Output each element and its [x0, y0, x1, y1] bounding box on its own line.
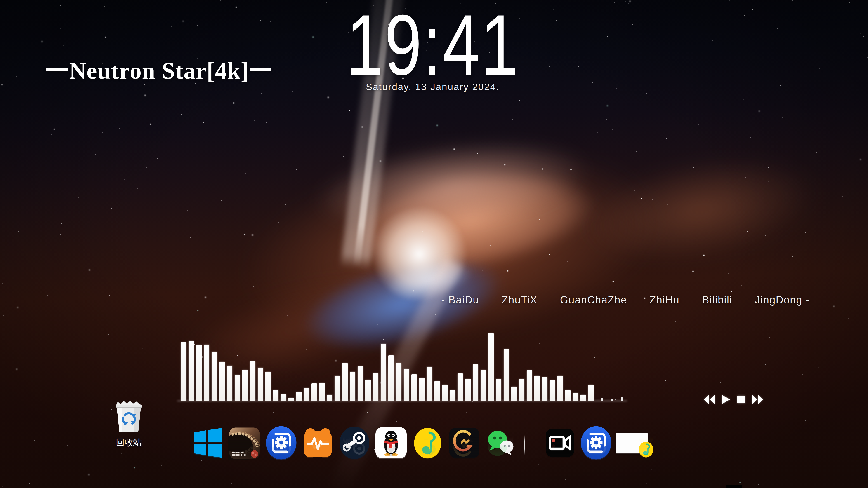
recycle-bin-label: 回收站: [110, 437, 147, 449]
dock-icon-reflection: [338, 427, 371, 461]
visualizer-bar: [388, 355, 394, 400]
visualizer-bar: [304, 388, 309, 400]
clock-time: 19:41: [95, 4, 770, 86]
dock-item-qq-music-mini-window[interactable]: [615, 426, 664, 488]
link-bilibili[interactable]: Bilibili: [702, 294, 733, 306]
dock-item-capture-utility-2[interactable]: [579, 426, 613, 488]
dock-icon-reflection: [543, 427, 577, 461]
dock-item-music-radar[interactable]: [301, 426, 335, 488]
visualizer-bar: [534, 376, 540, 400]
visualizer-bar: [212, 352, 217, 400]
visualizer-bar: [465, 379, 471, 400]
bottom-right-notch: [725, 485, 742, 488]
visualizer-bar: [273, 390, 278, 400]
visualizer-bar: [411, 375, 417, 400]
visualizer-bar: [519, 379, 524, 400]
visualizer-bar: [181, 342, 186, 400]
stop-button[interactable]: [737, 394, 745, 404]
link-zhutix[interactable]: ZhuTiX: [502, 294, 537, 306]
visualizer-tick: [621, 397, 623, 400]
visualizer-bar: [350, 372, 355, 400]
dock-item-dyson-sphere-program[interactable]: [228, 426, 261, 488]
dock-item-qq[interactable]: [374, 426, 408, 488]
visualizer-bar: [358, 366, 363, 400]
visualizer-bar: [527, 370, 532, 400]
dock-icon-reflection: [411, 427, 445, 461]
visualizer-bar: [196, 345, 202, 400]
nebula-glow: [293, 132, 647, 311]
next-track-button[interactable]: [752, 394, 764, 404]
dock-icon-reflection: [191, 427, 225, 461]
dock-item-qq-music[interactable]: [411, 426, 445, 488]
dock-item-wegame[interactable]: [447, 426, 481, 488]
visualizer-bar: [404, 369, 409, 400]
dock-icon-reflection: [374, 427, 408, 461]
dock-item-wechat[interactable]: [484, 426, 518, 488]
dock-icon-reflection: [447, 427, 481, 461]
visualizer-bar: [296, 392, 302, 400]
dock-item-steam[interactable]: [338, 426, 371, 488]
dock-icon-reflection: [301, 427, 335, 461]
visualizer-bar: [419, 378, 425, 400]
visualizer-bar: [204, 345, 209, 400]
visualizer-bar: [242, 370, 248, 400]
visualizer-bar: [427, 367, 432, 400]
dock-icon-reflection: [615, 427, 664, 461]
visualizer-bar: [373, 373, 378, 400]
visualizer-bar: [473, 364, 478, 400]
visualizer-bar: [496, 379, 501, 400]
nebula-blue-bright: [362, 242, 497, 318]
visualizer-bar: [327, 395, 332, 400]
link-zhihu[interactable]: ZhiHu: [650, 294, 680, 306]
visualizer-bar: [235, 375, 240, 400]
dock-icon-reflection: [228, 427, 261, 461]
visualizer-bar: [442, 385, 447, 400]
link-guanchazhe[interactable]: GuanChaZhe: [560, 294, 627, 306]
dock-icon-reflection: [579, 427, 613, 461]
dock-separator: [524, 435, 525, 455]
nebula-core: [371, 205, 468, 303]
visualizer-bar: [365, 380, 371, 400]
visualizer-bar: [227, 365, 232, 400]
visualizer-bar: [342, 363, 348, 400]
media-controls: [704, 394, 764, 404]
dock-left-group: [191, 426, 518, 488]
visualizer-bar: [381, 344, 386, 400]
visualizer-bar: [319, 383, 324, 400]
visualizer-bar: [396, 363, 401, 400]
play-button[interactable]: [721, 394, 731, 404]
dock-item-windows-start[interactable]: [191, 426, 225, 488]
previous-track-button[interactable]: [704, 394, 715, 404]
visualizer-bar: [335, 376, 340, 400]
link-baidu[interactable]: - BaiDu: [441, 294, 479, 306]
recycle-bin[interactable]: 回收站: [110, 399, 147, 449]
visualizer-bar: [581, 395, 586, 400]
visualizer-bar: [219, 362, 225, 400]
desktop-wallpaper: 一Neutron Star[4k]一 19:41 Saturday, 13 Ja…: [0, 0, 868, 488]
starfield-bright: [0, 0, 0, 0]
visualizer-tick: [611, 399, 613, 400]
visualizer-bar: [458, 373, 463, 400]
visualizer-bar: [542, 377, 548, 400]
visualizer-bar: [488, 333, 494, 400]
visualizer-bar: [588, 385, 594, 400]
dock-item-screen-recorder[interactable]: [543, 426, 577, 488]
qq-music-mini-icon: [638, 427, 655, 446]
nebula-glow-top: [254, 103, 650, 267]
nebula-tail-right: [522, 111, 868, 308]
visualizer-bar: [434, 381, 440, 400]
visualizer-bar: [504, 349, 509, 400]
visualizer-bar: [573, 393, 578, 400]
visualizer-bar: [281, 394, 286, 400]
visualizer-bar: [311, 383, 317, 400]
visualizer-baseline: [177, 400, 627, 401]
dock-item-capture-utility[interactable]: [264, 426, 298, 488]
dock-icon-reflection: [264, 427, 298, 461]
visualizer-bar: [266, 372, 271, 400]
visualizer-tick: [601, 398, 603, 400]
quick-links-row: - BaiDu ZhuTiX GuanChaZhe ZhiHu Bilibili…: [441, 294, 810, 306]
dock-icon-reflection: [484, 427, 518, 461]
visualizer-bar: [557, 376, 563, 400]
link-jingdong[interactable]: JingDong -: [755, 294, 810, 306]
visualizer-bar: [550, 380, 555, 400]
